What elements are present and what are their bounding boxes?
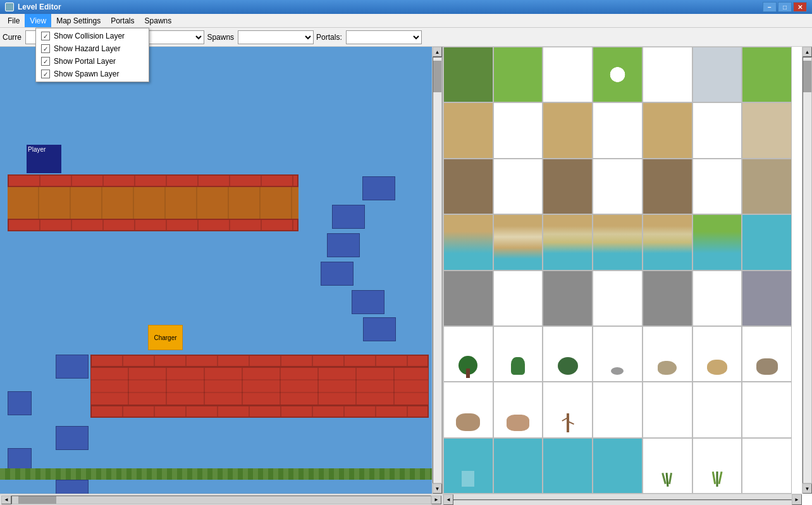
tile-cell[interactable] bbox=[543, 159, 593, 214]
menu-map-settings[interactable]: Map Settings bbox=[51, 14, 106, 27]
tile-cell[interactable] bbox=[443, 271, 493, 326]
tile-cell[interactable] bbox=[692, 102, 742, 158]
palette-vscroll-up[interactable]: ▲ bbox=[803, 47, 812, 57]
tile-cell[interactable] bbox=[643, 47, 692, 102]
hscroll-left-btn[interactable]: ◄ bbox=[1, 496, 11, 504]
menu-spawns[interactable]: Spawns bbox=[140, 14, 177, 27]
tile-cell[interactable] bbox=[643, 159, 692, 214]
menu-file[interactable]: File bbox=[3, 14, 25, 27]
tile-cell[interactable] bbox=[692, 214, 742, 270]
tile-cell-tree2[interactable] bbox=[493, 326, 543, 382]
tile-cell-grass-clump2[interactable] bbox=[692, 438, 742, 494]
tile-cell-empty4[interactable] bbox=[742, 382, 792, 437]
menu-view[interactable]: View bbox=[25, 14, 51, 27]
tile-cell-rock-large1[interactable] bbox=[742, 326, 792, 382]
vscroll-thumb[interactable] bbox=[433, 61, 441, 92]
title-bar: Level Editor − □ ✕ bbox=[0, 0, 812, 14]
hscroll-thumb[interactable] bbox=[18, 496, 56, 504]
tile-cell-tree3[interactable] bbox=[543, 326, 593, 382]
tile-cell-empty1[interactable] bbox=[593, 382, 643, 437]
tile-cell[interactable] bbox=[443, 102, 493, 158]
tile-cell[interactable] bbox=[543, 214, 593, 270]
tile-cell-tree1[interactable] bbox=[443, 326, 493, 382]
portal-checkbox[interactable] bbox=[41, 57, 50, 66]
tile-cell-water2[interactable] bbox=[493, 438, 543, 494]
tile-cell[interactable] bbox=[593, 102, 643, 158]
tile-cell[interactable] bbox=[593, 271, 643, 326]
tile-cell[interactable] bbox=[692, 271, 742, 326]
hscroll-track[interactable] bbox=[11, 496, 431, 504]
tile-cell[interactable] bbox=[643, 102, 692, 158]
tile-cell[interactable] bbox=[443, 159, 493, 214]
tile-cell-water1[interactable] bbox=[443, 438, 493, 494]
show-collision-layer-item[interactable]: Show Collision Layer bbox=[36, 30, 149, 42]
tile-cell[interactable] bbox=[543, 47, 593, 102]
tile-cell[interactable] bbox=[443, 47, 493, 102]
tile-cell[interactable] bbox=[692, 159, 742, 214]
show-hazard-layer-item[interactable]: Show Hazard Layer bbox=[36, 42, 149, 55]
maximize-button[interactable]: □ bbox=[778, 2, 792, 12]
tile-cell-water4[interactable] bbox=[593, 438, 643, 494]
palette-hscroll-left[interactable]: ◄ bbox=[443, 494, 453, 505]
tile-cell[interactable] bbox=[742, 47, 792, 102]
portals-select[interactable] bbox=[346, 30, 422, 44]
editor-hscroll: ◄ ► bbox=[0, 494, 443, 505]
hscroll-right-btn[interactable]: ► bbox=[431, 496, 441, 504]
close-button[interactable]: ✕ bbox=[793, 2, 807, 12]
tile-cell[interactable] bbox=[742, 214, 792, 270]
vscroll-track[interactable] bbox=[433, 57, 442, 484]
tile-cell-empty5[interactable] bbox=[742, 438, 792, 494]
tile-grid-container bbox=[443, 47, 802, 494]
tile-cell[interactable] bbox=[643, 271, 692, 326]
hazard-checkbox[interactable] bbox=[41, 44, 50, 53]
tile-cell[interactable] bbox=[742, 271, 792, 326]
tile-cell-rock-large3[interactable] bbox=[493, 382, 543, 437]
tile-cell[interactable] bbox=[742, 102, 792, 158]
palette-vscroll[interactable]: ▲ ▼ bbox=[802, 47, 812, 494]
tile-cell-rock-med2[interactable] bbox=[692, 326, 742, 382]
tile-cell[interactable] bbox=[593, 159, 643, 214]
tile-cell[interactable] bbox=[643, 214, 692, 270]
menu-portals[interactable]: Portals bbox=[106, 14, 139, 27]
tile-cell-rock-large2[interactable] bbox=[443, 382, 493, 437]
tile-cell[interactable] bbox=[593, 47, 643, 102]
tile-cell-grass-clump1[interactable] bbox=[643, 438, 692, 494]
tile-cell-water3[interactable] bbox=[543, 438, 593, 494]
tile-cell[interactable] bbox=[593, 214, 643, 270]
editor-canvas[interactable]: Player Charger bbox=[0, 47, 443, 494]
tile-cell[interactable] bbox=[493, 47, 543, 102]
palette-hscroll-track[interactable] bbox=[453, 499, 792, 501]
show-portal-layer-item[interactable]: Show Portal Layer bbox=[36, 55, 149, 68]
tile-cell[interactable] bbox=[692, 47, 742, 102]
tile-grid[interactable] bbox=[443, 47, 802, 494]
palette-hscroll-right[interactable]: ► bbox=[792, 494, 802, 505]
tile-cell-rock-med1[interactable] bbox=[643, 326, 692, 382]
palette-vscroll-thumb[interactable] bbox=[803, 61, 811, 92]
tile-cell-empty3[interactable] bbox=[692, 382, 742, 437]
editor-area: Player Charger bbox=[0, 47, 443, 494]
collision-checkbox[interactable] bbox=[41, 32, 50, 40]
tile-cell[interactable] bbox=[543, 271, 593, 326]
spawns-label: Spawns bbox=[207, 33, 234, 42]
tile-cell[interactable] bbox=[543, 102, 593, 158]
window-controls: − □ ✕ bbox=[763, 2, 807, 12]
tile-cell[interactable] bbox=[493, 102, 543, 158]
tile-cell[interactable] bbox=[493, 214, 543, 270]
tile-cell-rock-small[interactable] bbox=[593, 326, 643, 382]
vscroll-up-btn[interactable]: ▲ bbox=[433, 47, 442, 57]
palette-vscroll-down[interactable]: ▼ bbox=[803, 484, 812, 494]
spawn-checkbox[interactable] bbox=[41, 70, 50, 78]
tile-cell[interactable] bbox=[742, 159, 792, 214]
editor-vscroll[interactable]: ▲ ▼ bbox=[432, 47, 442, 494]
palette-hscroll[interactable]: ◄ ► bbox=[443, 494, 802, 505]
minimize-button[interactable]: − bbox=[763, 2, 777, 12]
palette-vscroll-track[interactable] bbox=[803, 57, 812, 484]
tile-cell-dead-tree[interactable] bbox=[543, 382, 593, 437]
spawns-select[interactable] bbox=[238, 30, 314, 44]
tile-cell[interactable] bbox=[493, 271, 543, 326]
show-spawn-layer-item[interactable]: Show Spawn Layer bbox=[36, 68, 149, 80]
tile-cell-empty2[interactable] bbox=[643, 382, 692, 437]
tile-cell[interactable] bbox=[493, 159, 543, 214]
tile-cell[interactable] bbox=[443, 214, 493, 270]
vscroll-down-btn[interactable]: ▼ bbox=[433, 484, 442, 494]
